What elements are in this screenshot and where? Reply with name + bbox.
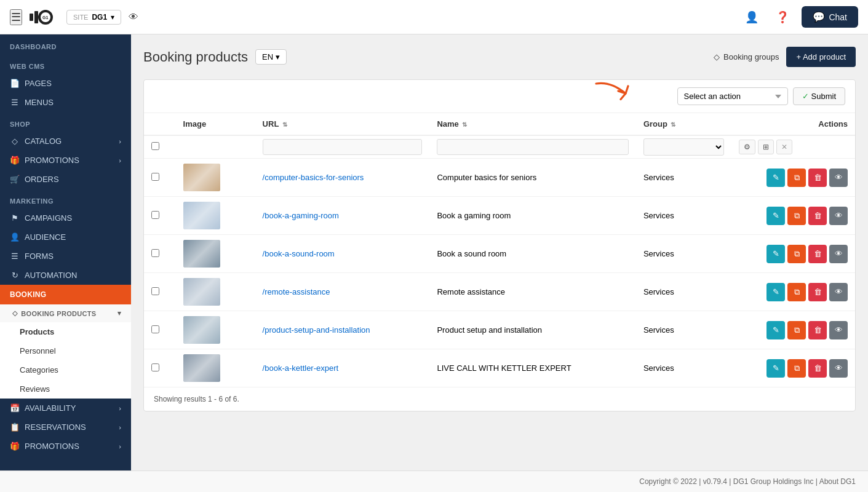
sidebar-sub-personnel[interactable]: Personnel [0, 341, 131, 360]
delete-button[interactable]: 🗑 [808, 245, 827, 263]
view-button[interactable]: 👁 [829, 359, 848, 378]
sidebar-item-catalog[interactable]: ◇ CATALOG › [0, 132, 131, 151]
group-filter-select[interactable]: Services [643, 138, 724, 156]
pages-icon: 📄 [10, 79, 20, 88]
edit-button[interactable]: ✎ [766, 207, 785, 225]
sidebar-item-campaigns[interactable]: ⚑ CAMPAIGNS [0, 208, 131, 228]
edit-button[interactable]: ✎ [766, 245, 785, 263]
sidebar-sub-reviews[interactable]: Reviews [0, 379, 131, 399]
view-button[interactable]: 👁 [829, 321, 848, 339]
sidebar-booking-active[interactable]: BOOKING [0, 285, 131, 304]
row-action-buttons: ✎ ⧉ 🗑 👁 [739, 321, 848, 339]
delete-button[interactable]: 🗑 [808, 359, 827, 378]
row-checkbox[interactable] [151, 363, 159, 371]
check-icon: ✓ [802, 92, 809, 101]
view-button[interactable]: 👁 [829, 283, 848, 301]
copy-button[interactable]: ⧉ [787, 359, 806, 378]
tag-icon: ◇ [714, 52, 720, 62]
row-url-link[interactable]: /book-a-gaming-room [263, 211, 339, 220]
row-action-buttons: ✎ ⧉ 🗑 👁 [739, 207, 848, 225]
sidebar-item-menus[interactable]: ☰ MENUS [0, 93, 131, 112]
sidebar-item-forms[interactable]: ☰ FORMS [0, 247, 131, 266]
copy-button[interactable]: ⧉ [787, 169, 806, 187]
row-name-cell: LIVE CALL WITH KETTLER EXPERT [429, 349, 635, 387]
sidebar-item-reservations[interactable]: 📋 RESERVATIONS › [0, 418, 131, 437]
copy-button[interactable]: ⧉ [787, 321, 806, 339]
campaigns-icon: ⚑ [10, 213, 20, 223]
row-group-cell: Services [636, 159, 731, 197]
filter-clear-button[interactable]: ✕ [776, 140, 792, 154]
user-icon[interactable]: 👤 [740, 8, 763, 26]
edit-button[interactable]: ✎ [766, 169, 785, 187]
row-image-cell [176, 235, 255, 273]
sidebar-item-automation[interactable]: ↻ AUTOMATION [0, 266, 131, 285]
select-all-checkbox[interactable] [151, 142, 159, 150]
row-image-cell [176, 273, 255, 311]
row-checkbox[interactable] [151, 173, 159, 181]
sidebar-item-audience[interactable]: 👤 AUDIENCE [0, 228, 131, 247]
hamburger-menu[interactable]: ☰ [10, 9, 22, 25]
row-checkbox[interactable] [151, 249, 159, 257]
site-value: DG1 [92, 13, 107, 22]
booking-groups-button[interactable]: ◇ Booking groups [714, 52, 779, 62]
delete-button[interactable]: 🗑 [808, 207, 827, 225]
sidebar-sub-categories[interactable]: Categories [0, 360, 131, 379]
preview-button[interactable]: 👁 [129, 12, 138, 23]
row-checkbox[interactable] [151, 211, 159, 219]
view-button[interactable]: 👁 [829, 207, 848, 225]
sidebar-item-pages[interactable]: 📄 PAGES [0, 74, 131, 93]
row-actions-cell: ✎ ⧉ 🗑 👁 [731, 349, 855, 387]
sidebar-item-promotions-shop[interactable]: 🎁 PROMOTIONS › [0, 151, 131, 170]
table-row: /product-setup-and-installation Product … [144, 311, 855, 349]
header-name[interactable]: Name ⇅ [429, 113, 635, 135]
edit-button[interactable]: ✎ [766, 359, 785, 378]
edit-button[interactable]: ✎ [766, 321, 785, 339]
delete-button[interactable]: 🗑 [808, 283, 827, 301]
view-button[interactable]: 👁 [829, 169, 848, 187]
copy-button[interactable]: ⧉ [787, 207, 806, 225]
sidebar-sub-products[interactable]: Products [0, 322, 131, 341]
footer: Copyright © 2022 | v0.79.4 | DG1 Group H… [0, 470, 868, 492]
action-select[interactable]: Select an action Delete selected Export … [677, 87, 788, 105]
view-button[interactable]: 👁 [829, 245, 848, 263]
row-actions-cell: ✎ ⧉ 🗑 👁 [731, 197, 855, 235]
help-icon[interactable]: ❓ [771, 8, 794, 26]
copy-button[interactable]: ⧉ [787, 283, 806, 301]
row-url-link[interactable]: /book-a-sound-room [263, 249, 335, 258]
sidebar-item-availability[interactable]: 📅 AVAILABILITY › [0, 399, 131, 418]
filter-adjust-button[interactable]: ⊞ [758, 140, 774, 154]
row-url-link[interactable]: /product-setup-and-installation [263, 325, 370, 335]
submit-button[interactable]: ✓ Submit [793, 87, 845, 105]
delete-button[interactable]: 🗑 [808, 169, 827, 187]
row-action-buttons: ✎ ⧉ 🗑 👁 [739, 359, 848, 378]
audience-icon: 👤 [10, 232, 20, 242]
booking-products-header[interactable]: ◇ BOOKING PRODUCTS ▾ [0, 304, 131, 322]
edit-button[interactable]: ✎ [766, 283, 785, 301]
header-url[interactable]: URL ⇅ [255, 113, 430, 135]
row-url-link[interactable]: /remote-assistance [263, 287, 330, 296]
top-nav: ☰ G1 SITE DG1 ▾ 👁 👤 ❓ 💬 Chat [0, 0, 868, 34]
menus-icon: ☰ [10, 98, 20, 107]
row-action-buttons: ✎ ⧉ 🗑 👁 [739, 169, 848, 187]
sidebar-item-orders[interactable]: 🛒 ORDERS [0, 170, 131, 189]
sidebar-item-promotions-booking[interactable]: 🎁 PROMOTIONS › [0, 437, 131, 456]
header-group[interactable]: Group ⇅ [636, 113, 731, 135]
page-title: Booking products [143, 49, 248, 65]
url-filter-input[interactable] [263, 139, 423, 155]
row-checkbox[interactable] [151, 287, 159, 295]
delete-button[interactable]: 🗑 [808, 321, 827, 339]
catalog-icon: ◇ [10, 137, 20, 146]
filter-gear-button[interactable]: ⚙ [739, 140, 755, 154]
site-selector[interactable]: SITE DG1 ▾ [66, 10, 121, 25]
language-selector[interactable]: EN ▾ [255, 49, 287, 65]
row-checkbox[interactable] [151, 325, 159, 333]
chat-button[interactable]: 💬 Chat [802, 6, 858, 28]
row-url-link[interactable]: /book-a-kettler-expert [263, 363, 339, 373]
sidebar: DASHBOARD WEB CMS 📄 PAGES ☰ MENUS SHOP ◇… [0, 34, 131, 470]
copy-button[interactable]: ⧉ [787, 245, 806, 263]
add-product-button[interactable]: + Add product [786, 47, 856, 67]
row-url-cell: /book-a-gaming-room [255, 197, 430, 235]
table-row: /book-a-gaming-room Book a gaming room S… [144, 197, 855, 235]
name-filter-input[interactable] [437, 139, 628, 155]
row-url-link[interactable]: /computer-basics-for-seniors [263, 173, 364, 182]
